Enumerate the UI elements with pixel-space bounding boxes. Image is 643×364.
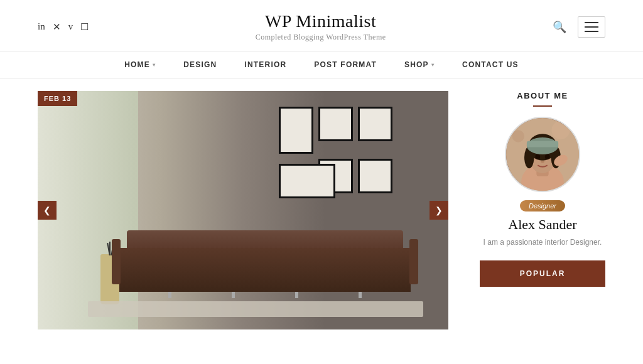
main-content: FEB 13 xyxy=(0,78,643,342)
instagram-icon[interactable]: ☐ xyxy=(80,21,89,33)
nav-item-home[interactable]: HOME ▾ xyxy=(111,60,170,69)
slider-next-button[interactable]: ❯ xyxy=(430,201,448,220)
wall-frames xyxy=(279,107,417,198)
sofa-seat xyxy=(119,248,411,292)
search-icon[interactable]: 🔍 xyxy=(553,20,566,34)
date-badge: FEB 13 xyxy=(38,91,77,106)
hamburger-line-1 xyxy=(585,22,598,23)
nav-item-post-format[interactable]: POST FORMAT xyxy=(300,60,391,69)
rug xyxy=(88,301,423,317)
linkedin-icon[interactable]: in xyxy=(38,21,45,32)
svg-point-2 xyxy=(512,130,524,142)
hero-slider: FEB 13 xyxy=(38,91,448,329)
sofa-leg xyxy=(295,292,298,298)
site-title: WP Minimalist xyxy=(256,11,386,31)
svg-rect-13 xyxy=(527,141,558,147)
site-tagline: Completed Blogging WordPress Theme xyxy=(256,33,386,42)
main-nav: HOME ▾ DESIGN INTERIOR POST FORMAT SHOP … xyxy=(0,51,643,78)
chevron-down-icon: ▾ xyxy=(153,62,156,68)
svg-point-10 xyxy=(545,154,550,160)
designer-badge: Designer xyxy=(520,200,565,211)
sofa-armrest-right xyxy=(409,239,418,284)
svg-point-9 xyxy=(535,154,540,160)
frame-6 xyxy=(279,164,335,198)
popular-button[interactable]: POPULAR xyxy=(480,260,605,287)
about-me-title: ABOUT ME xyxy=(480,91,605,100)
nav-item-design[interactable]: DESIGN xyxy=(170,60,230,69)
frame-3 xyxy=(358,107,392,141)
twitter-icon[interactable]: ✕ xyxy=(53,21,61,33)
chevron-down-icon: ▾ xyxy=(431,62,435,68)
header-actions: 🔍 xyxy=(553,16,605,38)
site-branding: WP Minimalist Completed Blogging WordPre… xyxy=(256,11,386,42)
site-header: in ✕ v ☐ WP Minimalist Completed Bloggin… xyxy=(0,0,643,51)
avatar-image xyxy=(506,118,579,191)
sofa-leg xyxy=(359,292,362,298)
title-underline xyxy=(533,105,552,107)
vimeo-icon[interactable]: v xyxy=(68,21,73,32)
nav-item-shop[interactable]: SHOP ▾ xyxy=(391,60,448,69)
avatar xyxy=(505,117,580,192)
hamburger-line-2 xyxy=(585,26,598,28)
svg-point-1 xyxy=(552,121,570,139)
author-name: Alex Sander xyxy=(480,217,605,233)
popular-widget: POPULAR xyxy=(480,260,605,287)
frame-5 xyxy=(358,159,392,193)
slider-prev-button[interactable]: ❮ xyxy=(38,201,57,220)
social-links: in ✕ v ☐ xyxy=(38,21,89,33)
slider-image xyxy=(38,91,448,329)
author-description: I am a passionate interior Designer. xyxy=(480,237,605,248)
sofa-leg xyxy=(168,292,171,298)
frame-2 xyxy=(318,107,353,141)
menu-button[interactable] xyxy=(578,16,605,38)
about-me-widget: ABOUT ME xyxy=(480,91,605,248)
sofa xyxy=(119,230,411,298)
sofa-back xyxy=(127,230,403,248)
nav-item-interior[interactable]: INTERIOR xyxy=(230,60,300,69)
nav-item-contact[interactable]: CONTACT US xyxy=(448,60,532,69)
sofa-leg xyxy=(232,292,235,298)
room-background xyxy=(38,91,448,329)
sofa-armrest-left xyxy=(112,239,121,284)
frame-1 xyxy=(279,107,313,154)
sofa-legs xyxy=(119,292,411,298)
svg-point-11 xyxy=(541,161,544,163)
hamburger-line-3 xyxy=(585,31,598,32)
sidebar: ABOUT ME xyxy=(467,91,605,329)
